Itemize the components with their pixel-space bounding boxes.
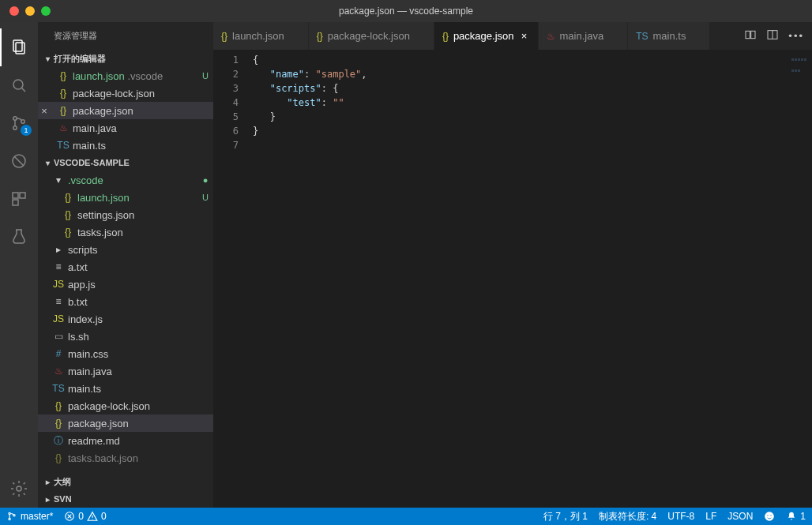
file-icon: {}: [52, 452, 65, 463]
file-icon: TS: [636, 31, 648, 42]
open-editor-item[interactable]: TSmain.ts: [38, 137, 213, 154]
activity-extensions[interactable]: [0, 180, 38, 218]
file-name: app.js: [68, 279, 197, 291]
editor-tab[interactable]: TSmain.ts×: [628, 22, 710, 50]
file-icon: {}: [62, 209, 74, 220]
compare-icon[interactable]: [744, 28, 757, 43]
activity-search[interactable]: [0, 66, 38, 104]
tree-file[interactable]: JSapp.js: [38, 276, 213, 293]
section-label: 大纲: [54, 476, 71, 488]
tree-file[interactable]: ▭ls.sh: [38, 328, 213, 345]
sidebar-title: 资源管理器: [38, 22, 213, 50]
file-icon: {}: [62, 227, 74, 238]
tree-file[interactable]: ≡a.txt: [38, 258, 213, 276]
window-close-mac[interactable]: [9, 6, 19, 16]
tree-file[interactable]: ⓘreadme.md: [38, 432, 213, 449]
editor-tab[interactable]: ♨main.java×: [539, 22, 629, 50]
file-name: a.txt: [68, 261, 197, 273]
activity-source-control[interactable]: 1: [0, 104, 38, 142]
editor-tabs: {}launch.json×{}package-lock.json×{}pack…: [213, 22, 812, 50]
sidebar-explorer: 资源管理器 ▾ 打开的编辑器 {}launch.json .vscodeU{}p…: [38, 22, 213, 508]
minimap[interactable]: [791, 53, 807, 64]
git-status: U: [197, 193, 213, 202]
scm-badge: 1: [21, 125, 32, 136]
file-icon: {}: [52, 418, 65, 429]
editor-tab[interactable]: {}package-lock.json×: [309, 22, 434, 50]
file-icon: {}: [57, 105, 70, 116]
section-open-editors[interactable]: ▾ 打开的编辑器: [38, 50, 213, 67]
activity-testing[interactable]: [0, 218, 38, 256]
file-icon: ⓘ: [52, 434, 65, 448]
section-project[interactable]: ▾ VSCODE-SAMPLE: [38, 154, 213, 171]
line-number-gutter: 1234567: [213, 50, 253, 508]
activity-debug[interactable]: [0, 142, 38, 180]
status-tab-size[interactable]: 制表符长度: 4: [599, 510, 656, 523]
open-editor-item[interactable]: ×{}package.json: [38, 102, 213, 119]
tree-file[interactable]: JSindex.js: [38, 310, 213, 328]
status-feedback[interactable]: [764, 511, 775, 522]
git-status: ●: [197, 175, 213, 185]
code-editor[interactable]: 1234567 { "name": "sample", "scripts": {…: [213, 50, 812, 508]
editor-area: {}launch.json×{}package-lock.json×{}pack…: [213, 22, 812, 508]
status-cursor-pos[interactable]: 行 7，列 1: [543, 510, 588, 523]
activity-bar: 1: [0, 22, 38, 508]
tree-folder[interactable]: ▾.vscode●: [38, 171, 213, 189]
status-language[interactable]: JSON: [727, 511, 753, 522]
open-editor-item[interactable]: ♨main.java: [38, 119, 213, 137]
svg-point-24: [765, 512, 774, 521]
tree-file[interactable]: {}package-lock.json: [38, 397, 213, 414]
status-notifications[interactable]: 1: [786, 511, 806, 522]
status-branch[interactable]: master*: [6, 511, 53, 522]
tree-file[interactable]: {}package.json: [38, 414, 213, 432]
file-icon: {}: [57, 70, 70, 81]
tree-file[interactable]: #main.css: [38, 345, 213, 362]
file-name: package-lock.json: [68, 400, 197, 412]
section-collapsed[interactable]: ▸SVN: [38, 490, 213, 508]
file-name: settings.json: [77, 209, 197, 221]
status-eol[interactable]: LF: [705, 511, 716, 522]
chevron-right-icon: ▸: [52, 244, 65, 255]
open-editor-item[interactable]: {}launch.json .vscodeU: [38, 67, 213, 84]
file-icon: {}: [62, 192, 74, 203]
split-editor-icon[interactable]: [766, 28, 779, 43]
tree-file[interactable]: {}launch.jsonU: [38, 189, 213, 206]
svg-point-2: [13, 80, 23, 89]
title-bar: package.json — vscode-sample: [0, 0, 812, 22]
tree-file[interactable]: {}tasks.back.json: [38, 449, 213, 467]
file-name: ls.sh: [68, 331, 197, 343]
window-title: package.json — vscode-sample: [0, 6, 812, 17]
open-editor-item[interactable]: {}package-lock.json: [38, 84, 213, 102]
tree-file[interactable]: {}settings.json: [38, 206, 213, 223]
close-icon[interactable]: ×: [519, 30, 530, 42]
tree-file[interactable]: TSmain.ts: [38, 380, 213, 397]
tree-file[interactable]: ≡b.txt: [38, 293, 213, 310]
activity-settings[interactable]: [0, 470, 38, 508]
file-name: package.json: [73, 105, 197, 117]
file-name: index.js: [68, 313, 197, 325]
code-content[interactable]: { "name": "sample", "scripts": { "test":…: [253, 50, 812, 508]
section-open-editors-label: 打开的编辑器: [54, 53, 106, 65]
status-errors[interactable]: 0 0: [64, 511, 106, 522]
file-icon: TS: [57, 140, 70, 151]
tree-file[interactable]: {}tasks.json: [38, 223, 213, 241]
file-name: package-lock.json: [73, 88, 197, 99]
close-icon[interactable]: ×: [38, 105, 51, 117]
open-editors-list: {}launch.json .vscodeU{}package-lock.jso…: [38, 67, 213, 154]
file-icon: ▭: [52, 331, 65, 342]
window-maximize-mac[interactable]: [41, 6, 51, 16]
chevron-down-icon: ▾: [52, 174, 65, 186]
file-icon: #: [52, 348, 65, 359]
tab-label: package-lock.json: [328, 30, 410, 42]
tree-file[interactable]: ♨main.java: [38, 362, 213, 380]
section-collapsed[interactable]: ▸大纲: [38, 473, 213, 490]
chevron-right-icon: ▸: [41, 495, 54, 504]
window-minimize-mac[interactable]: [25, 6, 35, 16]
editor-tab[interactable]: {}package.json×: [434, 22, 539, 50]
status-encoding[interactable]: UTF-8: [667, 511, 694, 522]
editor-tab[interactable]: {}launch.json×: [213, 22, 309, 50]
tree-folder[interactable]: ▸scripts: [38, 241, 213, 258]
file-icon: ♨: [57, 122, 70, 133]
activity-explorer[interactable]: [0, 28, 38, 66]
more-icon[interactable]: •••: [788, 30, 804, 42]
file-icon: {}: [52, 400, 65, 411]
